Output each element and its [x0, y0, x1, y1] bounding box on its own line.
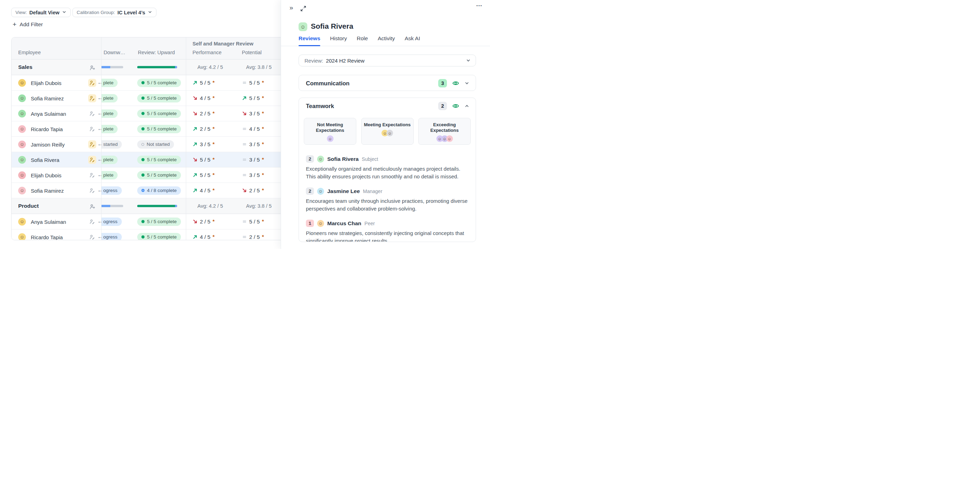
chevron-up-icon[interactable] [465, 103, 469, 108]
flag-asterisk: * [262, 172, 264, 178]
visibility-icon[interactable] [452, 103, 459, 109]
employee-row[interactable]: ☺Jamison Reilly●●●startedNot started3 / … [11, 137, 284, 152]
detail-tabs: ReviewsHistoryRoleActivityAsk AI [281, 35, 490, 46]
avatar: ☺ [18, 94, 26, 102]
chevron-down-icon [62, 10, 67, 15]
table-group-row[interactable]: ProductAvg: 4.2 / 5Avg: 3.8 / 5 [11, 198, 284, 214]
avatar: ☺ [317, 188, 324, 195]
tab-reviews[interactable]: Reviews [299, 35, 320, 46]
avatar: ☺ [18, 187, 26, 194]
avatar: ☺ [18, 141, 26, 148]
review-assignment-icon[interactable] [88, 217, 96, 225]
expand-panel-icon[interactable] [300, 6, 306, 11]
flag-asterisk: * [262, 110, 264, 116]
downward-review-pill: plete [102, 109, 118, 118]
comments-list: 2☺Sofia RiveraSubjectExceptionally organ… [299, 145, 476, 242]
visibility-icon[interactable] [452, 80, 459, 87]
tab-role[interactable]: Role [356, 35, 368, 46]
avatar: ☺ [18, 233, 26, 241]
rating-scale-card[interactable]: Not Meeting Expectations☺ [304, 118, 356, 145]
downward-review-pill: started [102, 140, 122, 149]
avatar: ☺ [317, 155, 324, 163]
add-person-icon[interactable] [88, 63, 96, 71]
chevron-down-icon[interactable] [465, 81, 469, 86]
employee-row[interactable]: ☺Sofia Rivera●●●plete5 / 5 complete5 / 5… [11, 152, 284, 168]
section-teamwork: Teamwork 2 Not Meeting Expectations☺Meet… [299, 98, 476, 242]
add-filter-button[interactable]: + Add Filter [13, 21, 43, 28]
add-person-icon[interactable] [88, 202, 96, 210]
employee-detail-panel: » ●●● ☺ Sofia Rivera ReviewsHistoryRoleA… [281, 0, 490, 249]
flag-asterisk: * [212, 218, 215, 224]
status-dot-icon [142, 235, 145, 238]
downward-review-pill: ogress [102, 217, 122, 226]
avatar: ☺ [299, 22, 307, 31]
flag-asterisk: * [212, 141, 215, 147]
downward-review-pill: plete [102, 171, 118, 179]
reviewer-name: Jasmine Lee [327, 188, 360, 194]
trend-icon [242, 142, 247, 147]
performance-cell: 5 / 5* [192, 172, 215, 178]
tab-activity[interactable]: Activity [378, 35, 395, 46]
employee-row[interactable]: ☺Sofia Ramirez●●●ogress4 / 8 complete4 /… [11, 183, 284, 198]
employee-name: Ricardo Tapia [31, 126, 63, 132]
trend-icon [192, 95, 198, 101]
review-assignment-icon[interactable] [88, 233, 96, 240]
avatar: ☺ [446, 135, 453, 142]
downward-review-pill: plete [102, 125, 118, 133]
rating-scale-card[interactable]: Meeting Expectations☺☺ [361, 118, 414, 145]
performance-cell: 4 / 5* [192, 234, 215, 240]
panel-more-icon[interactable]: ●●● [476, 4, 482, 6]
avatar: ☺ [18, 110, 26, 117]
employee-row[interactable]: ☺Ricardo Tapia●●●plete5 / 5 complete2 / … [11, 121, 284, 137]
flag-asterisk: * [262, 218, 264, 224]
flag-asterisk: * [262, 125, 264, 132]
reviewer-role: Manager [363, 189, 382, 194]
review-comment: 1☺Marcus ChanPeerPioneers new strategies… [306, 220, 469, 242]
potential-cell: 5 / 5* [242, 95, 264, 102]
upward-review-pill: 5 / 5 complete [137, 171, 181, 179]
comment-count-badge: 3 [438, 79, 447, 87]
review-comment: 2☺Sofia RiveraSubjectExceptionally organ… [306, 155, 469, 180]
trend-icon [192, 234, 198, 239]
status-dot-icon [142, 143, 144, 146]
employee-row[interactable]: ☺Anya Sulaiman●●●plete5 / 5 complete2 / … [11, 106, 284, 121]
avatar: ☺ [18, 125, 26, 133]
comment-text: Encourages team unity through inclusive … [306, 197, 469, 212]
review-assignment-icon[interactable] [88, 171, 96, 179]
employee-name: Anya Sulaiman [31, 111, 66, 116]
trend-icon [242, 111, 247, 116]
page-title: Sofia Rivera [311, 22, 353, 30]
table-group-row[interactable]: SalesAvg: 4.2 / 5Avg: 3.8 / 5 [11, 59, 284, 75]
reviewer-name: Marcus Chan [327, 220, 361, 227]
collapse-panel-icon[interactable]: » [290, 4, 293, 11]
tab-history[interactable]: History [330, 35, 347, 46]
review-assignment-icon[interactable] [88, 125, 96, 133]
rating-scale-card[interactable]: Exceeding Expectations☺☺☺ [418, 118, 471, 145]
potential-cell: 2 / 5* [242, 234, 264, 240]
potential-cell: 5 / 5* [242, 219, 264, 225]
review-assignment-icon[interactable] [88, 79, 96, 87]
employee-row[interactable]: ☺Elijah Dubois●●●plete5 / 5 complete5 / … [11, 168, 284, 183]
employee-row[interactable]: ☺Anya Sulaiman●●●ogress5 / 5 complete2 /… [11, 214, 284, 229]
chevron-down-icon [466, 58, 471, 63]
view-select[interactable]: View: Default View [11, 8, 71, 17]
trend-icon [192, 188, 198, 193]
employee-row[interactable]: ☺Elijah Dubois●●●plete5 / 5 complete5 / … [11, 75, 284, 90]
comment-text: Exceptionally organized and meticulously… [306, 165, 469, 180]
upward-review-pill: 5 / 5 complete [137, 155, 181, 164]
employee-row[interactable]: ☺Ricardo Tapia●●●ogress5 / 5 complete4 /… [11, 229, 284, 240]
review-assignment-icon[interactable] [88, 186, 96, 194]
employee-row[interactable]: ☺Sofia Ramirez●●●plete5 / 5 complete4 / … [11, 90, 284, 106]
review-assignment-icon[interactable] [88, 140, 96, 148]
downward-progress-bar [102, 205, 123, 208]
calibration-group-select[interactable]: Calibration Group: IC Level 4’s [72, 8, 156, 17]
review-assignment-icon[interactable] [88, 109, 96, 117]
review-assignment-icon[interactable] [88, 155, 96, 164]
tab-ask-ai[interactable]: Ask AI [405, 35, 420, 46]
rating-scale-label: Exceeding Expectations [418, 122, 470, 133]
review-select[interactable]: Review: 2024 H2 Review [299, 55, 476, 67]
status-dot-icon [142, 97, 145, 100]
status-dot-icon [142, 112, 145, 115]
upward-progress-bar [137, 66, 177, 68]
review-assignment-icon[interactable] [88, 94, 96, 102]
